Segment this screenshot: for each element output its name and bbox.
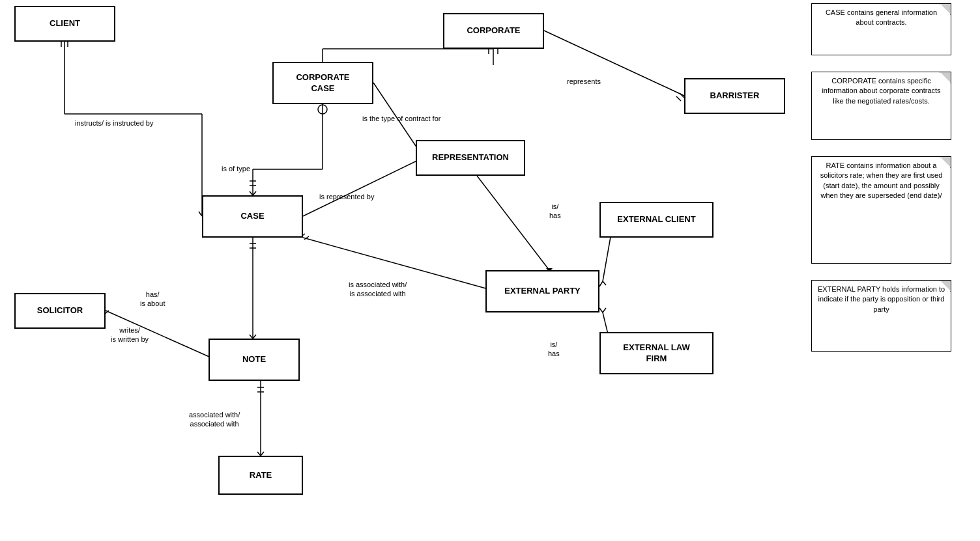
note-corporate: CORPORATE contains specific information …: [811, 72, 951, 140]
note-rate: RATE contains information about a solici…: [811, 156, 951, 264]
label-is-of-type: is of type: [222, 164, 250, 173]
label-has-is-about: has/is about: [140, 290, 166, 309]
entity-representation: REPRESENTATION: [416, 140, 525, 176]
svg-line-47: [603, 308, 606, 312]
svg-line-46: [599, 308, 603, 312]
svg-line-27: [303, 158, 424, 216]
entity-external-party: EXTERNAL PARTY: [485, 270, 599, 312]
entity-case: CASE: [202, 195, 303, 238]
entity-rate: RATE: [218, 456, 303, 495]
label-writes: writes/is written by: [111, 326, 149, 344]
entity-external-client: EXTERNAL CLIENT: [599, 202, 713, 238]
entity-corporate-case: CORPORATECASE: [272, 62, 373, 104]
svg-line-26: [676, 96, 681, 101]
label-is-has-1: is/has: [549, 202, 561, 221]
svg-line-25: [680, 93, 684, 98]
label-is-has-2: is/has: [548, 340, 560, 359]
svg-line-31: [477, 176, 549, 270]
label-is-associated: is associated with/is associated with: [349, 280, 407, 299]
entity-external-law-firm: EXTERNAL LAWFIRM: [599, 332, 713, 374]
note-case: CASE contains general information about …: [811, 3, 951, 55]
label-is-represented-by: is represented by: [319, 192, 374, 201]
label-associated-with: associated with/associated with: [189, 410, 240, 429]
entity-solicitor: SOLICITOR: [14, 293, 106, 329]
note-external-party: EXTERNAL PARTY holds information to indi…: [811, 280, 951, 352]
entity-client: CLIENT: [14, 6, 115, 42]
svg-line-37: [304, 236, 309, 240]
label-instructs: instructs/ is instructed by: [75, 118, 153, 128]
svg-line-42: [603, 281, 606, 285]
entity-corporate: CORPORATE: [443, 13, 544, 49]
entity-barrister: BARRISTER: [684, 78, 785, 114]
diagram-container: CLIENT CORPORATE CORPORATECASE BARRISTER…: [0, 0, 980, 541]
svg-line-41: [599, 281, 603, 286]
svg-point-16: [318, 105, 327, 114]
label-represents: represents: [567, 77, 601, 86]
entity-note: NOTE: [209, 339, 300, 381]
label-is-the-type: is the type of contract for: [362, 114, 440, 123]
svg-line-24: [544, 31, 684, 96]
